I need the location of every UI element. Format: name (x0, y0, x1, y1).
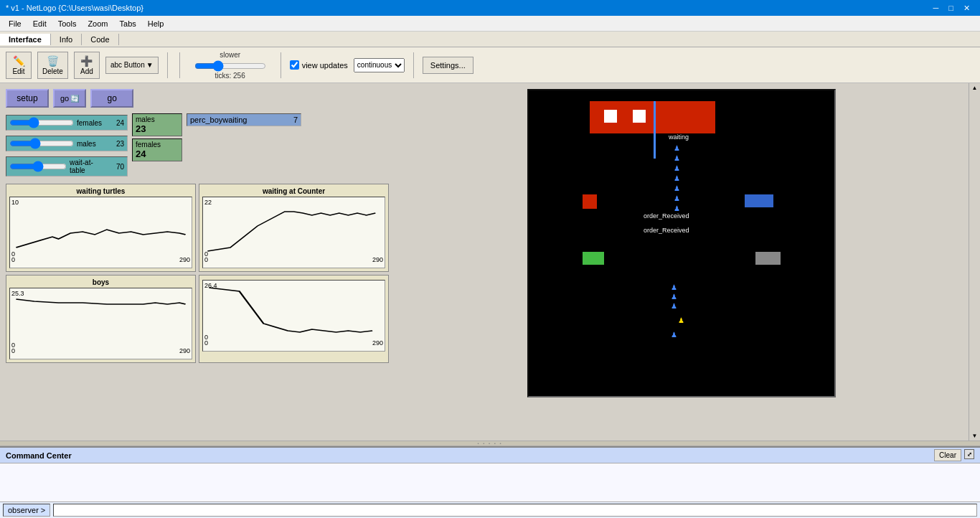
wc-svg (203, 197, 385, 255)
t4: ♟ (674, 174, 680, 183)
bt3: ♟ (671, 302, 677, 310)
tab-code[interactable]: Code (82, 34, 118, 45)
females-slider-row: females 24 (6, 115, 128, 131)
wt-svg (10, 197, 192, 255)
title-text: * v1 - NetLogo {C:\Users\wasi\Desktop} (6, 4, 143, 12)
settings-button[interactable]: Settings... (423, 57, 473, 74)
waiting-turtles-chart: waiting turtles 10 0 0 290 (6, 184, 196, 272)
chart4-container: 26.4 0 0 290 (199, 275, 389, 363)
sliders-column: females 24 males 23 wait-at-table 70 (6, 113, 128, 178)
speed-control: slower ticks: 256 (194, 51, 266, 80)
waiting-turtles-area: 10 0 0 290 (9, 197, 192, 268)
menu-tabs[interactable]: Tabs (114, 18, 142, 29)
red-square (583, 194, 597, 209)
wt-y-min: 0 (11, 250, 15, 258)
dropdown-arrow: ▼ (146, 61, 154, 69)
add-icon: ➕ (80, 55, 93, 67)
speed-slider[interactable] (194, 60, 266, 72)
wt-x-max: 290 (179, 256, 190, 263)
content-area: setup go 🔄 go females 24 (0, 83, 980, 441)
view-updates-section: view updates (290, 60, 348, 70)
view-updates-label: view updates (302, 61, 348, 70)
add-label: Add (80, 67, 93, 75)
t2: ♟ (674, 154, 680, 163)
view-updates-checkbox[interactable] (290, 60, 299, 70)
observer-prompt: observer > (0, 501, 980, 518)
clear-button[interactable]: Clear (934, 449, 961, 461)
update-mode-select[interactable]: continuous (354, 58, 405, 72)
setup-button[interactable]: setup (6, 89, 49, 108)
wait-table-slider-row: wait-at-table 70 (6, 156, 128, 176)
t5: ♟ (674, 184, 680, 193)
minimize-button[interactable]: ─ (929, 0, 943, 16)
go-button-2[interactable]: go (90, 89, 133, 108)
waiting-counter-chart: waiting at Counter 22 0 0 290 (199, 184, 389, 272)
maximize-button[interactable]: □ (944, 0, 958, 16)
speed-label: slower (220, 51, 240, 59)
toolbar: ✏️ Edit 🗑️ Delete ➕ Add abc Button ▼ slo… (0, 47, 980, 83)
left-panel: setup go 🔄 go females 24 (0, 83, 395, 441)
command-center-controls: Clear ⤢ (934, 449, 974, 461)
delete-button[interactable]: 🗑️ Delete (37, 52, 68, 79)
expand-button[interactable]: ⤢ (964, 449, 974, 459)
yellow-turtle: ♟ (678, 316, 684, 324)
observer-label: observer > (3, 504, 50, 517)
command-center-header: Command Center Clear ⤢ (0, 448, 980, 463)
scroll-down[interactable]: ▼ (972, 433, 978, 439)
sim-buttons-row: setup go 🔄 go (6, 89, 389, 108)
observer-input[interactable] (53, 504, 977, 517)
order-received-1: order_Received (644, 212, 689, 220)
perc-value: 7 (293, 116, 298, 124)
boys-chart: boys 25.3 0 0 290 (6, 275, 196, 363)
females-label: females (77, 119, 103, 127)
add-button[interactable]: ➕ Add (74, 52, 100, 79)
loop-icon: 🔄 (70, 95, 79, 103)
separator2 (179, 52, 180, 78)
waiting-counter-title: waiting at Counter (202, 187, 385, 195)
b-x-labels: 0 290 (10, 347, 192, 354)
counter-square-1 (604, 110, 617, 123)
element-type-dropdown[interactable]: abc Button ▼ (105, 57, 159, 74)
command-center-body (0, 463, 980, 501)
wait-table-label: wait-at-table (70, 159, 103, 174)
tab-info[interactable]: Info (51, 34, 82, 45)
females-monitor-label: females (136, 141, 179, 149)
green-rect (583, 252, 604, 265)
go-label-1: go (60, 94, 69, 103)
menu-help[interactable]: Help (142, 18, 170, 29)
scroll-up[interactable]: ▲ (972, 85, 978, 91)
wt-x-labels: 0 290 (10, 256, 192, 263)
c4-svg (203, 281, 385, 338)
menu-edit[interactable]: Edit (27, 18, 52, 29)
females-slider[interactable] (9, 117, 74, 128)
blue-rect (745, 194, 773, 207)
boys-title: boys (9, 278, 192, 286)
perc-column: perc_boywaiting 7 (187, 113, 301, 126)
go-button-1[interactable]: go 🔄 (53, 89, 86, 108)
controls-row: females 24 males 23 wait-at-table 70 (6, 113, 389, 178)
wait-table-slider[interactable] (9, 161, 67, 172)
females-value: 24 (106, 119, 124, 127)
menu-bar: File Edit Tools Zoom Tabs Help (0, 16, 980, 32)
t1: ♟ (674, 144, 680, 153)
world-canvas: waiting ♟ ♟ ♟ ♟ ♟ ♟ ♟ order_Received o (527, 89, 836, 397)
males-slider[interactable] (9, 138, 74, 149)
males-monitor: males 23 (132, 113, 182, 136)
delete-icon: 🗑️ (47, 55, 59, 67)
edit-button[interactable]: ✏️ Edit (6, 52, 32, 79)
right-scrollbar[interactable]: ▲ ▼ (969, 83, 980, 441)
menu-file[interactable]: File (3, 18, 27, 29)
c4-x-max: 290 (372, 339, 383, 347)
wc-x-max: 290 (372, 256, 383, 263)
close-button[interactable]: ✕ (959, 0, 974, 16)
edit-icon: ✏️ (13, 55, 25, 67)
title-bar: * v1 - NetLogo {C:\Users\wasi\Desktop} ─… (0, 0, 980, 16)
waiting-turtles-title: waiting turtles (9, 187, 192, 195)
perc-monitor: perc_boywaiting 7 (187, 113, 301, 126)
tab-interface[interactable]: Interface (0, 34, 51, 45)
menu-zoom[interactable]: Zoom (82, 18, 113, 29)
resize-handle[interactable]: • • • • • (0, 441, 980, 446)
resize-dots: • • • • • (477, 441, 502, 446)
gray-rect (755, 252, 781, 265)
menu-tools[interactable]: Tools (52, 18, 83, 29)
